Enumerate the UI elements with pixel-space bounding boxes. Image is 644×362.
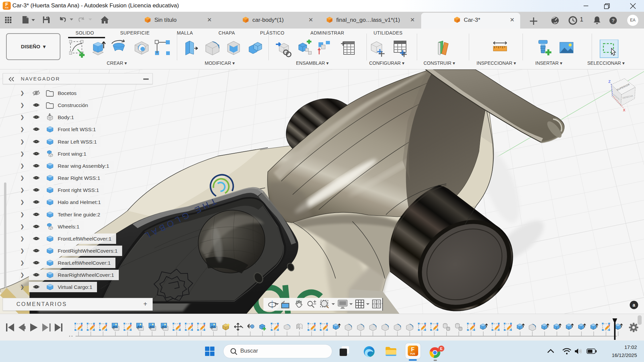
svg-text:a: a	[633, 302, 635, 308]
svg-text:E: E	[440, 347, 442, 351]
svg-text:X: X	[623, 108, 626, 112]
svg-text:Z: Z	[608, 80, 611, 84]
svg-text:F: F	[411, 346, 414, 353]
svg-text:FUS: FUS	[410, 353, 415, 355]
svg-text:?: ?	[611, 17, 614, 23]
